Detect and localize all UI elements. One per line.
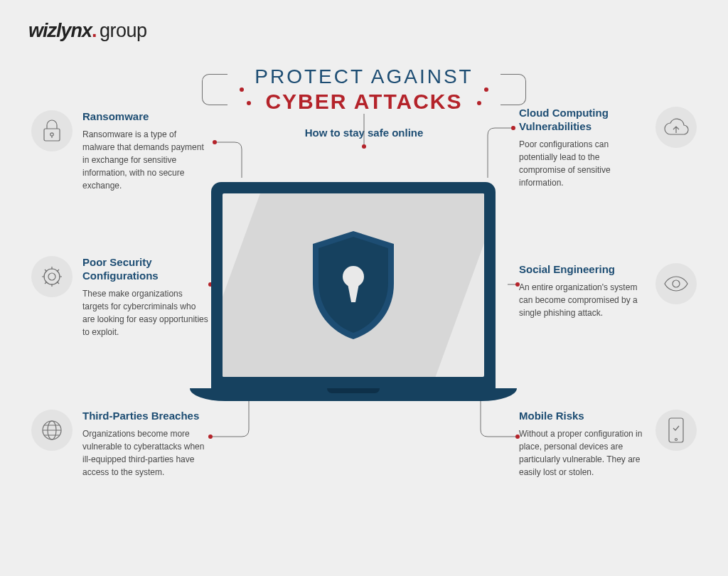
eye-icon — [655, 263, 697, 304]
item-ransomware: Ransomware Ransomware is a type of malwa… — [31, 110, 209, 192]
title-dot-inner-left-icon — [247, 101, 251, 105]
title-line1: PROTECT AGAINST — [247, 65, 481, 88]
svg-point-9 — [50, 133, 53, 136]
cloud-icon — [655, 107, 697, 148]
svg-point-0 — [362, 144, 366, 149]
laptop-lid — [211, 182, 496, 388]
laptop-screen — [223, 193, 484, 377]
item-desc: Ransomware is a type of malware that dem… — [82, 128, 209, 192]
laptop-illustration — [211, 182, 517, 401]
phone-icon — [655, 410, 697, 451]
item-heading: Ransomware — [82, 110, 209, 124]
svg-point-10 — [48, 273, 55, 280]
logo-dot-icon: . — [92, 20, 97, 41]
svg-point-16 — [675, 439, 678, 441]
shield-icon — [307, 228, 400, 342]
item-desc: Without a proper configuration in place,… — [519, 427, 646, 479]
logo-suffix: group — [100, 20, 147, 41]
title-line2: CYBER ATTACKS — [265, 90, 462, 113]
bracket-right-icon — [500, 74, 526, 105]
svg-point-14 — [673, 280, 680, 287]
globe-icon — [31, 410, 73, 451]
item-heading: Third-Parties Breaches — [82, 410, 209, 423]
item-heading: Poor Security Configurations — [82, 256, 209, 283]
item-heading: Social Engineering — [519, 263, 646, 277]
item-desc: An entire organization's system can beco… — [519, 281, 646, 319]
item-poor-security: Poor Security Configurations These make … — [31, 256, 209, 338]
item-heading: Mobile Risks — [519, 410, 646, 423]
item-desc: Organizations become more vulnerable to … — [82, 427, 209, 479]
title-dot-left-icon — [240, 87, 244, 92]
bracket-left-icon — [202, 74, 228, 105]
svg-point-11 — [44, 269, 60, 284]
svg-point-1 — [213, 140, 217, 144]
gear-icon — [31, 256, 73, 297]
item-heading: Cloud Computing Vulnerabilities — [519, 107, 646, 134]
lock-icon — [31, 110, 73, 151]
logo-brand: wizlynx — [28, 20, 92, 41]
item-desc: These make organizations targets for cyb… — [82, 287, 209, 338]
item-third-parties: Third-Parties Breaches Organizations bec… — [31, 410, 209, 479]
title-dot-inner-right-icon — [477, 101, 481, 105]
brand-logo: wizlynx.group — [28, 20, 147, 42]
laptop-base — [190, 388, 517, 401]
svg-rect-8 — [44, 129, 60, 141]
item-social-engineering: Social Engineering An entire organizatio… — [519, 263, 697, 319]
item-desc: Poor configurations can potentially lead… — [519, 138, 646, 189]
item-cloud: Cloud Computing Vulnerabilities Poor con… — [519, 107, 697, 189]
title-dot-right-icon — [484, 87, 488, 92]
item-mobile: Mobile Risks Without a proper configurat… — [519, 410, 697, 479]
